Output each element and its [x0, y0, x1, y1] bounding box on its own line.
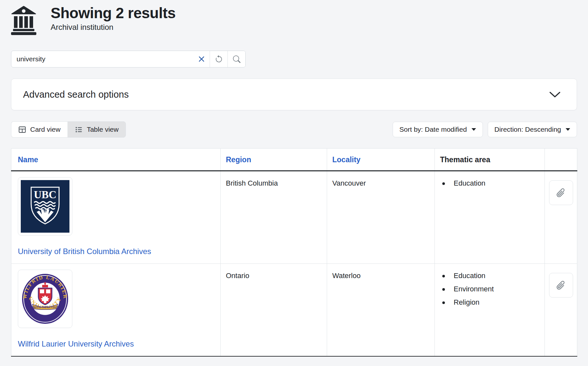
- institution-link[interactable]: Wilfrid Laurier University Archives: [18, 339, 215, 349]
- column-header-name[interactable]: Name: [18, 155, 38, 164]
- results-count-title: Showing 2 results: [51, 5, 176, 22]
- archival-institution-results-page: Showing 2 results Archival institution A…: [0, 0, 588, 366]
- table-view-button[interactable]: Table view: [67, 121, 126, 138]
- institution-link[interactable]: University of British Columbia Archives: [18, 247, 215, 256]
- thematic-area-item: Education: [440, 179, 539, 188]
- column-header-attachments: [545, 149, 577, 171]
- advanced-search-toggle[interactable]: Advanced search options: [11, 79, 577, 110]
- table-row: WILFRID LAURIER UNIVERSITY: [11, 264, 577, 357]
- card-view-button[interactable]: Card view: [11, 121, 67, 138]
- undo-icon: [215, 55, 223, 63]
- table-view-label: Table view: [87, 126, 118, 133]
- svg-text:UBC: UBC: [34, 189, 56, 201]
- region-cell: Ontario: [221, 264, 327, 357]
- results-toolbar: Card view Table view Sort by: Date modif…: [11, 121, 577, 138]
- entity-type-label: Archival institution: [51, 23, 176, 32]
- locality-cell: Waterloo: [327, 264, 435, 357]
- region-cell: British Columbia: [221, 171, 327, 264]
- sort-by-label: Sort by: Date modified: [399, 126, 467, 133]
- search-icon: [233, 55, 240, 63]
- table-view-list-icon: [75, 126, 82, 133]
- caret-down-icon: [472, 128, 476, 131]
- direction-dropdown[interactable]: Direction: Descending: [488, 122, 577, 137]
- header-text-block: Showing 2 results Archival institution: [51, 5, 176, 32]
- thematic-area-cell: Education Environment Religion: [435, 264, 545, 357]
- thematic-area-item: Education: [440, 272, 539, 280]
- name-cell: UBC University of British Columbia Archi…: [11, 171, 221, 264]
- wlu-logo-link[interactable]: WILFRID LAURIER UNIVERSITY: [18, 270, 72, 328]
- thematic-area-item: Environment: [440, 285, 539, 293]
- ubc-logo-link[interactable]: UBC: [18, 177, 72, 236]
- paperclip-icon: [556, 188, 566, 198]
- clear-search-button[interactable]: [193, 51, 210, 67]
- x-clear-icon: [198, 56, 205, 62]
- direction-label: Direction: Descending: [495, 126, 561, 133]
- attachment-cell: [545, 171, 577, 264]
- advanced-search-label: Advanced search options: [23, 89, 129, 100]
- card-view-grid-icon: [18, 126, 26, 133]
- column-header-thematic-area: Thematic area: [440, 155, 490, 164]
- thematic-area-cell: Education: [435, 171, 545, 264]
- column-header-locality[interactable]: Locality: [332, 155, 361, 164]
- locality-cell: Vancouver: [327, 171, 435, 264]
- svg-text:VERITAS OMNIA VINCIT: VERITAS OMNIA VINCIT: [31, 306, 60, 309]
- sort-by-dropdown[interactable]: Sort by: Date modified: [393, 122, 483, 137]
- attachment-cell: [545, 264, 577, 357]
- ubc-logo: UBC: [21, 180, 69, 233]
- column-header-region[interactable]: Region: [226, 155, 251, 164]
- search-bar: [11, 51, 246, 67]
- table-header-row: Name Region Locality Thematic area: [11, 149, 577, 171]
- bank-icon: [11, 6, 36, 35]
- name-cell: WILFRID LAURIER UNIVERSITY: [11, 264, 221, 357]
- card-view-label: Card view: [30, 126, 60, 133]
- sort-controls: Sort by: Date modified Direction: Descen…: [393, 122, 577, 137]
- thematic-area-list: Education: [440, 179, 539, 188]
- results-header: Showing 2 results Archival institution: [11, 5, 577, 36]
- search-input[interactable]: [11, 51, 193, 67]
- thematic-area-list: Education Environment Religion: [440, 272, 539, 307]
- wlu-logo: WILFRID LAURIER UNIVERSITY: [21, 273, 69, 325]
- table-row: UBC University of British Columbia Archi…: [11, 171, 577, 264]
- reset-search-button[interactable]: [210, 51, 227, 67]
- chevron-down-icon: [549, 92, 560, 98]
- attachment-button[interactable]: [549, 180, 573, 205]
- submit-search-button[interactable]: [227, 51, 245, 67]
- archival-institution-icon: [11, 6, 36, 36]
- paperclip-icon: [556, 280, 566, 291]
- thematic-area-item: Religion: [440, 298, 539, 307]
- caret-down-icon: [566, 128, 570, 131]
- attachment-button[interactable]: [549, 273, 573, 298]
- view-toggle-group: Card view Table view: [11, 121, 126, 138]
- results-table: Name Region Locality Thematic area UBC: [11, 148, 577, 357]
